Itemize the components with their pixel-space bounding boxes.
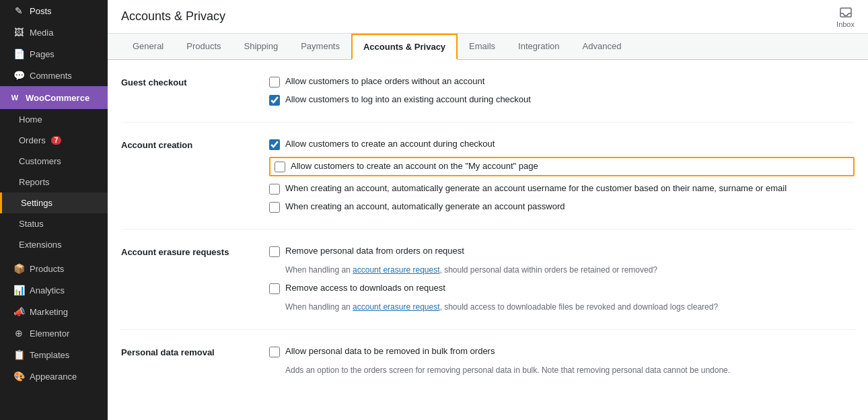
sidebar-item-orders[interactable]: Orders 7 (0, 130, 108, 151)
section-controls-account-erasure: Remove personal data from orders on requ… (269, 246, 855, 313)
sidebar-item-label: Comments (30, 71, 72, 81)
elementor-icon: ⊕ (13, 328, 24, 339)
sidebar-item-label: Elementor (30, 328, 69, 339)
templates-icon: 📋 (13, 349, 24, 360)
account-erasure-link-1[interactable]: account erasure request (353, 265, 439, 275)
sidebar-item-label: Analytics (30, 285, 65, 295)
woo-label: WooCommerce (26, 93, 89, 103)
sidebar-item-status[interactable]: Status (0, 213, 108, 234)
orders-badge: 7 (51, 136, 62, 145)
sidebar-item-templates[interactable]: 📋 Templates (0, 344, 108, 365)
checkbox-label-create-myaccount: Allow customers to create an account on … (291, 161, 538, 171)
checkbox-row-bulk-removal: Allow personal data to be removed in bul… (269, 346, 855, 357)
checkbox-allow-guest[interactable] (269, 77, 280, 88)
sidebar-item-appearance[interactable]: 🎨 Appearance (0, 365, 108, 387)
tab-shipping[interactable]: Shipping (233, 34, 290, 60)
checkbox-label-remove-orders: Remove personal data from orders on requ… (285, 246, 464, 256)
sidebar-item-label: Status (19, 219, 44, 229)
checkbox-row-auto-password: When creating an account, automatically … (269, 201, 855, 213)
sidebar-item-settings[interactable]: Settings (0, 193, 108, 213)
page-title: Accounts & Privacy (121, 9, 225, 24)
inbox-label: Inbox (836, 20, 855, 28)
section-personal-data: Personal data removal Allow personal dat… (121, 346, 855, 392)
sidebar-item-label: Products (30, 264, 64, 274)
checkbox-label-auto-username: When creating an account, automatically … (285, 183, 787, 193)
tab-accounts-privacy[interactable]: Accounts & Privacy (351, 34, 458, 60)
sidebar-item-reports[interactable]: Reports (0, 172, 108, 193)
sidebar-item-label: Templates (30, 350, 69, 360)
sidebar-item-label: Home (19, 114, 42, 125)
section-label-account-erasure: Account erasure requests (121, 246, 256, 257)
products-icon: 📦 (13, 263, 24, 274)
woocommerce-header[interactable]: W WooCommerce (0, 86, 108, 109)
section-controls-account-creation: Allow customers to create an account dur… (269, 139, 855, 213)
helper-text-downloads-erasure: When handling an account erasure request… (285, 301, 855, 313)
sidebar-item-label: Customers (19, 156, 61, 166)
checkbox-remove-orders[interactable] (269, 246, 280, 257)
section-label-personal-data: Personal data removal (121, 346, 256, 357)
pages-icon: 📄 (13, 48, 24, 59)
marketing-icon: 📣 (13, 306, 24, 317)
section-label-account-creation: Account creation (121, 139, 256, 150)
account-erasure-link-2[interactable]: account erasure request (353, 302, 439, 312)
section-account-creation: Account creation Allow customers to crea… (121, 139, 855, 230)
checkbox-remove-downloads[interactable] (269, 283, 280, 294)
checkbox-row-remove-orders: Remove personal data from orders on requ… (269, 246, 855, 257)
sidebar-item-customers[interactable]: Customers (0, 151, 108, 172)
media-icon: 🖼 (13, 27, 24, 38)
checkbox-label-bulk-removal: Allow personal data to be removed in bul… (285, 346, 495, 356)
checkbox-row-allow-login: Allow customers to log into an existing … (269, 94, 855, 106)
checkbox-create-checkout[interactable] (269, 139, 280, 150)
checkbox-label-allow-login: Allow customers to log into an existing … (285, 94, 531, 104)
checkbox-row-create-checkout: Allow customers to create an account dur… (269, 139, 855, 150)
inbox-icon (839, 5, 853, 19)
woo-icon: W (9, 92, 20, 103)
checkbox-label-create-checkout: Allow customers to create an account dur… (285, 139, 495, 149)
top-header: Accounts & Privacy Inbox (108, 0, 868, 34)
checkbox-label-auto-password: When creating an account, automatically … (285, 201, 565, 211)
checkbox-create-myaccount[interactable] (275, 162, 285, 172)
sidebar-item-label: Media (30, 28, 53, 38)
sidebar-item-pages[interactable]: 📄 Pages (0, 43, 108, 65)
sidebar-item-posts[interactable]: ✎ Posts (0, 0, 108, 22)
sidebar-item-marketing[interactable]: 📣 Marketing (0, 301, 108, 322)
tab-emails[interactable]: Emails (458, 34, 507, 60)
section-account-erasure: Account erasure requests Remove personal… (121, 246, 855, 330)
sidebar-item-analytics[interactable]: 📊 Analytics (0, 279, 108, 301)
posts-icon: ✎ (13, 5, 24, 16)
tab-payments[interactable]: Payments (289, 34, 351, 60)
sidebar-item-comments[interactable]: 💬 Comments (0, 65, 108, 86)
tab-integration[interactable]: Integration (507, 34, 571, 60)
checkbox-bulk-removal[interactable] (269, 347, 280, 357)
tab-products[interactable]: Products (175, 34, 232, 60)
section-controls-personal-data: Allow personal data to be removed in bul… (269, 346, 855, 376)
analytics-icon: 📊 (13, 285, 24, 295)
checkbox-label-remove-downloads: Remove access to downloads on request (285, 283, 445, 293)
helper-text-bulk-removal: Adds an option to the orders screen for … (285, 364, 855, 376)
sidebar-item-label: Pages (30, 49, 55, 59)
section-guest-checkout: Guest checkout Allow customers to place … (121, 76, 855, 123)
checkbox-allow-login[interactable] (269, 95, 280, 106)
sidebar-item-label: Posts (30, 6, 52, 16)
checkbox-auto-password[interactable] (269, 202, 280, 213)
tab-general[interactable]: General (121, 34, 175, 60)
sidebar-item-home[interactable]: Home (0, 109, 108, 130)
sidebar-item-products[interactable]: 📦 Products (0, 258, 108, 279)
helper-text-orders-erasure: When handling an account erasure request… (285, 264, 855, 276)
inbox-button[interactable]: Inbox (836, 5, 855, 28)
checkbox-auto-username[interactable] (269, 184, 280, 195)
tab-advanced[interactable]: Advanced (571, 34, 633, 60)
sidebar-item-extensions[interactable]: Extensions (0, 234, 108, 255)
sidebar-item-label: Reports (19, 177, 50, 187)
checkbox-row-remove-downloads: Remove access to downloads on request (269, 283, 855, 294)
sidebar-item-elementor[interactable]: ⊕ Elementor (0, 322, 108, 344)
sidebar-item-media[interactable]: 🖼 Media (0, 22, 108, 43)
checkbox-row-create-myaccount: Allow customers to create an account on … (269, 157, 855, 176)
main-content: Accounts & Privacy Inbox General Product… (108, 0, 868, 420)
sidebar-item-label: Orders (19, 135, 46, 145)
section-label-guest-checkout: Guest checkout (121, 76, 256, 88)
sidebar-item-label: Marketing (30, 307, 68, 317)
checkbox-label-allow-guest: Allow customers to place orders without … (285, 76, 484, 86)
settings-content: Guest checkout Allow customers to place … (108, 60, 868, 420)
checkbox-row-allow-guest: Allow customers to place orders without … (269, 76, 855, 88)
